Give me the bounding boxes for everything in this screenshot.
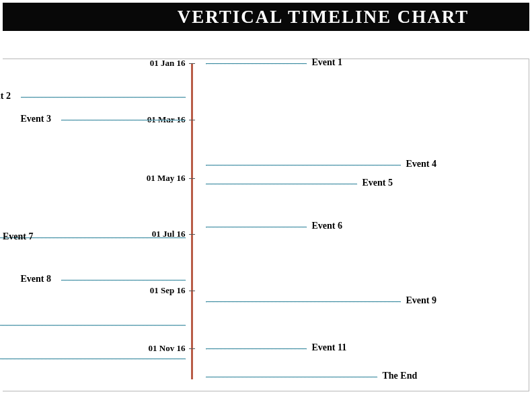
- event-label: Event 2: [0, 91, 11, 102]
- header: VERTICAL TIMELINE CHART: [3, 3, 529, 31]
- date-label: 01 Jan 16: [139, 58, 186, 69]
- timeline-chart: 01 Jan 1601 Mar 1601 May 1601 Jul 1601 S…: [3, 59, 529, 391]
- event-label: The End: [383, 371, 418, 381]
- event-label: Event 7: [3, 231, 34, 242]
- date-label: 01 May 16: [139, 173, 186, 184]
- event-label: Event 5: [363, 178, 393, 188]
- event-line: [206, 184, 357, 185]
- event-line: [206, 348, 307, 350]
- event-line: [206, 227, 307, 228]
- event-line: [206, 301, 401, 303]
- event-label: Event 1: [312, 57, 343, 68]
- event-line: [21, 97, 186, 98]
- axis-tick: [189, 291, 195, 291]
- event-label: Event 6: [312, 221, 343, 231]
- axis-tick: [189, 178, 195, 179]
- event-label: Event 3: [21, 114, 52, 124]
- timeline-axis: [191, 63, 193, 379]
- axis-tick: [189, 120, 195, 120]
- axis-tick: [189, 234, 195, 235]
- event-line: [206, 377, 377, 378]
- event-line: [206, 165, 401, 166]
- axis-tick: [189, 348, 195, 349]
- event-label: Event 8: [21, 274, 52, 285]
- event-line: [61, 280, 186, 281]
- event-line: [0, 325, 186, 326]
- date-label: 01 Nov 16: [139, 343, 186, 354]
- event-line: [61, 120, 186, 121]
- event-label: Event 9: [406, 295, 437, 306]
- page-title: VERTICAL TIMELINE CHART: [3, 7, 529, 28]
- event-line: [0, 358, 186, 360]
- event-line: [206, 63, 307, 65]
- event-label: Event 4: [406, 159, 437, 169]
- event-label: Event 11: [312, 342, 347, 353]
- axis-tick: [189, 63, 195, 64]
- date-label: 01 Sep 16: [139, 285, 186, 296]
